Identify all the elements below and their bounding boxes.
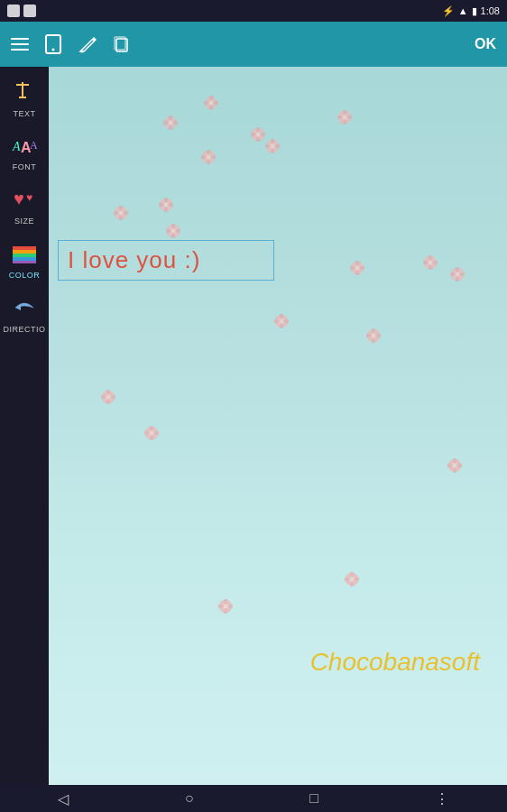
text-input-box[interactable]: I love you :) xyxy=(58,240,274,281)
flower-decoration xyxy=(199,148,217,166)
canvas-area[interactable]: I love you :) Chocobanasoft xyxy=(49,67,507,785)
flower-decoration xyxy=(272,312,290,330)
wifi-icon: ▲ xyxy=(458,5,468,16)
toolbar: OK xyxy=(0,22,507,67)
svg-point-133 xyxy=(106,395,111,400)
tablet-icon[interactable] xyxy=(43,34,63,54)
svg-point-25 xyxy=(209,101,214,106)
home-button[interactable]: ○ xyxy=(185,790,194,807)
svg-point-124 xyxy=(456,272,460,277)
flower-decoration xyxy=(161,114,180,132)
svg-text:A: A xyxy=(12,140,21,153)
svg-text:A: A xyxy=(30,139,37,152)
svg-point-178 xyxy=(224,604,228,609)
flower-decoration xyxy=(446,457,464,475)
svg-point-187 xyxy=(453,464,457,468)
ok-button[interactable]: OK xyxy=(475,36,496,52)
flower-decoration xyxy=(99,388,117,406)
svg-point-79 xyxy=(164,203,169,208)
svg-text:♥: ♥ xyxy=(14,189,24,208)
svg-text:♥: ♥ xyxy=(26,191,32,204)
svg-point-115 xyxy=(429,261,433,265)
font-tool-label: FONT xyxy=(13,162,37,171)
direction-tool-label: DIRECTIO xyxy=(3,325,45,334)
flower-decoration xyxy=(143,424,161,442)
back-button[interactable]: ◁ xyxy=(58,790,69,807)
nav-bar: ◁ ○ □ ⋮ xyxy=(0,785,507,812)
canvas-text: I love you :) xyxy=(68,246,200,273)
svg-rect-15 xyxy=(13,257,36,261)
color-tool-label: COLOR xyxy=(9,271,41,280)
flower-decoration xyxy=(202,94,220,112)
flower-decoration xyxy=(364,327,383,345)
font-tool-icon: A A A xyxy=(12,134,37,160)
svg-point-169 xyxy=(350,577,355,582)
more-options-button[interactable]: ⋮ xyxy=(435,790,449,807)
bluetooth-icon: ⚡ xyxy=(442,5,455,17)
flower-decoration xyxy=(421,254,439,272)
svg-rect-16 xyxy=(13,261,36,263)
flower-decoration xyxy=(217,597,235,615)
flower-decoration xyxy=(348,259,366,277)
app-indicator-icon-2 xyxy=(23,5,36,17)
direction-tool-icon xyxy=(12,297,37,322)
sidebar-btn-color[interactable]: COLOR xyxy=(2,235,47,287)
sidebar-btn-text[interactable]: TEXT xyxy=(2,72,47,125)
flower-decoration xyxy=(343,570,361,588)
flower-decoration xyxy=(112,204,130,222)
svg-point-151 xyxy=(280,319,284,324)
pen-tool-icon[interactable] xyxy=(78,34,97,54)
status-bar: ⚡ ▲ ▮ 1:08 xyxy=(0,0,507,22)
size-tool-label: SIZE xyxy=(14,217,34,226)
toolbar-left xyxy=(11,34,132,54)
sidebar: TEXT A A A FONT ♥ ♥ SIZE xyxy=(0,67,49,785)
svg-point-43 xyxy=(256,133,261,137)
main-content: TEXT A A A FONT ♥ ♥ SIZE xyxy=(0,67,507,785)
svg-rect-5 xyxy=(16,84,29,86)
battery-icon: ▮ xyxy=(472,5,477,17)
svg-point-34 xyxy=(169,121,173,125)
svg-point-88 xyxy=(171,229,176,234)
flower-decoration xyxy=(448,265,466,283)
watermark-text: Chocobanasoft xyxy=(310,648,480,677)
svg-point-106 xyxy=(355,266,360,271)
svg-point-142 xyxy=(150,431,154,436)
status-bar-right: ⚡ ▲ ▮ 1:08 xyxy=(442,5,500,17)
sidebar-btn-direction[interactable]: DIRECTIO xyxy=(2,289,47,341)
text-tool-icon xyxy=(13,79,36,106)
svg-point-97 xyxy=(119,211,124,216)
clock: 1:08 xyxy=(481,5,500,16)
color-tool-icon xyxy=(12,243,37,268)
svg-point-1 xyxy=(52,49,55,51)
flower-decoration xyxy=(336,108,354,126)
flower-decoration xyxy=(263,137,281,155)
flower-decoration xyxy=(164,222,182,240)
svg-rect-13 xyxy=(13,250,36,254)
svg-rect-12 xyxy=(13,246,36,250)
copy-icon[interactable] xyxy=(112,34,132,54)
recents-button[interactable]: □ xyxy=(309,790,318,807)
app-indicator-icon xyxy=(7,5,20,17)
svg-point-52 xyxy=(207,155,211,160)
svg-point-70 xyxy=(343,115,347,120)
svg-rect-14 xyxy=(13,254,36,257)
svg-point-160 xyxy=(372,334,376,338)
svg-rect-6 xyxy=(19,97,26,98)
sidebar-btn-font[interactable]: A A A FONT xyxy=(2,126,47,179)
text-tool-label: TEXT xyxy=(13,109,35,118)
flower-decoration xyxy=(157,196,175,214)
svg-point-61 xyxy=(271,144,275,149)
sidebar-btn-size[interactable]: ♥ ♥ SIZE xyxy=(2,180,47,233)
menu-button[interactable] xyxy=(11,38,29,51)
status-bar-left xyxy=(7,5,36,17)
size-tool-icon: ♥ ♥ xyxy=(12,189,37,214)
